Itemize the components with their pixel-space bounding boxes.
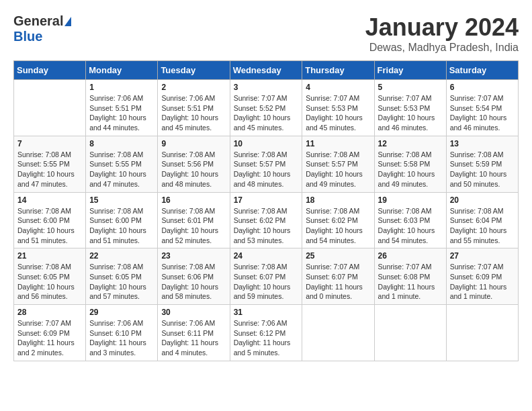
table-row: 25 Sunrise: 7:07 AMSunset: 6:07 PMDaylig… [302,248,374,305]
table-row: 22 Sunrise: 7:08 AMSunset: 6:05 PMDaylig… [86,248,158,305]
table-row: 15 Sunrise: 7:08 AMSunset: 6:00 PMDaylig… [86,192,158,248]
table-row: 5 Sunrise: 7:07 AMSunset: 5:53 PMDayligh… [374,80,446,136]
day-number: 3 [234,83,299,92]
day-number: 27 [450,251,515,261]
day-number: 2 [161,83,226,92]
day-info: Sunrise: 7:07 AMSunset: 5:54 PMDaylight:… [450,93,515,133]
day-info: Sunrise: 7:06 AMSunset: 6:12 PMDaylight:… [234,318,299,358]
day-number: 20 [450,195,515,205]
table-row: 29 Sunrise: 7:06 AMSunset: 6:10 PMDaylig… [86,305,158,361]
day-number: 4 [306,83,370,92]
day-number: 1 [89,83,154,92]
day-number: 22 [89,251,154,261]
table-row: 3 Sunrise: 7:07 AMSunset: 5:52 PMDayligh… [230,80,302,136]
header-saturday: Saturday [446,61,518,80]
table-row: 8 Sunrise: 7:08 AMSunset: 5:55 PMDayligh… [86,136,158,192]
table-row: 20 Sunrise: 7:08 AMSunset: 6:04 PMDaylig… [446,192,518,248]
day-number: 6 [450,83,515,92]
logo-blue-text: Blue [13,29,42,44]
table-row: 24 Sunrise: 7:08 AMSunset: 6:07 PMDaylig… [230,248,302,305]
header-friday: Friday [374,61,446,80]
table-row [446,305,518,361]
day-info: Sunrise: 7:08 AMSunset: 6:02 PMDaylight:… [234,206,299,246]
header-tuesday: Tuesday [158,61,230,80]
day-info: Sunrise: 7:07 AMSunset: 6:08 PMDaylight:… [378,262,443,302]
header-wednesday: Wednesday [230,61,302,80]
day-info: Sunrise: 7:08 AMSunset: 6:03 PMDaylight:… [378,206,443,246]
table-row: 10 Sunrise: 7:08 AMSunset: 5:57 PMDaylig… [230,136,302,192]
table-row: 16 Sunrise: 7:08 AMSunset: 6:01 PMDaylig… [158,192,230,248]
day-info: Sunrise: 7:07 AMSunset: 6:07 PMDaylight:… [306,262,370,302]
page-header: General Blue January 2024 Dewas, Madhya … [13,13,519,54]
day-info: Sunrise: 7:08 AMSunset: 6:05 PMDaylight:… [89,262,154,302]
header-thursday: Thursday [302,61,374,80]
month-title: January 2024 [365,13,519,42]
day-number: 18 [306,195,370,205]
day-info: Sunrise: 7:08 AMSunset: 5:56 PMDaylight:… [161,150,226,189]
day-info: Sunrise: 7:08 AMSunset: 6:02 PMDaylight:… [306,206,370,246]
day-number: 31 [234,308,299,317]
day-number: 21 [17,251,82,261]
day-number: 7 [17,139,82,148]
table-row: 11 Sunrise: 7:08 AMSunset: 5:57 PMDaylig… [302,136,374,192]
day-number: 16 [161,195,226,205]
day-info: Sunrise: 7:08 AMSunset: 6:00 PMDaylight:… [89,206,154,246]
logo-icon [64,17,71,26]
day-info: Sunrise: 7:08 AMSunset: 6:01 PMDaylight:… [161,206,226,246]
day-info: Sunrise: 7:08 AMSunset: 5:57 PMDaylight:… [306,150,370,189]
day-number: 17 [234,195,299,205]
logo: General Blue [13,13,71,44]
day-info: Sunrise: 7:08 AMSunset: 5:59 PMDaylight:… [450,150,515,189]
day-number: 14 [17,195,82,205]
day-number: 26 [378,251,443,261]
table-row: 6 Sunrise: 7:07 AMSunset: 5:54 PMDayligh… [446,80,518,136]
day-info: Sunrise: 7:08 AMSunset: 5:55 PMDaylight:… [17,150,82,189]
table-row: 9 Sunrise: 7:08 AMSunset: 5:56 PMDayligh… [158,136,230,192]
table-row: 28 Sunrise: 7:07 AMSunset: 6:09 PMDaylig… [14,305,86,361]
table-row [302,305,374,361]
calendar-week-row: 1 Sunrise: 7:06 AMSunset: 5:51 PMDayligh… [14,80,519,136]
day-info: Sunrise: 7:07 AMSunset: 5:53 PMDaylight:… [378,93,443,133]
day-info: Sunrise: 7:07 AMSunset: 6:09 PMDaylight:… [17,318,82,358]
table-row: 21 Sunrise: 7:08 AMSunset: 6:05 PMDaylig… [14,248,86,305]
day-number: 11 [306,139,370,148]
day-number: 13 [450,139,515,148]
day-number: 23 [161,251,226,261]
table-row: 18 Sunrise: 7:08 AMSunset: 6:02 PMDaylig… [302,192,374,248]
day-number: 28 [17,308,82,317]
header-monday: Monday [86,61,158,80]
table-row: 27 Sunrise: 7:07 AMSunset: 6:09 PMDaylig… [446,248,518,305]
title-section: January 2024 Dewas, Madhya Pradesh, Indi… [365,13,519,54]
day-number: 9 [161,139,226,148]
table-row: 12 Sunrise: 7:08 AMSunset: 5:58 PMDaylig… [374,136,446,192]
calendar-table: Sunday Monday Tuesday Wednesday Thursday… [13,60,519,361]
table-row: 26 Sunrise: 7:07 AMSunset: 6:08 PMDaylig… [374,248,446,305]
day-info: Sunrise: 7:08 AMSunset: 6:06 PMDaylight:… [161,262,226,302]
day-info: Sunrise: 7:06 AMSunset: 6:11 PMDaylight:… [161,318,226,358]
table-row: 13 Sunrise: 7:08 AMSunset: 5:59 PMDaylig… [446,136,518,192]
table-row: 31 Sunrise: 7:06 AMSunset: 6:12 PMDaylig… [230,305,302,361]
calendar-week-row: 7 Sunrise: 7:08 AMSunset: 5:55 PMDayligh… [14,136,519,192]
table-row: 4 Sunrise: 7:07 AMSunset: 5:53 PMDayligh… [302,80,374,136]
location-title: Dewas, Madhya Pradesh, India [365,42,519,54]
calendar-week-row: 28 Sunrise: 7:07 AMSunset: 6:09 PMDaylig… [14,305,519,361]
day-info: Sunrise: 7:08 AMSunset: 5:57 PMDaylight:… [234,150,299,189]
day-info: Sunrise: 7:07 AMSunset: 5:53 PMDaylight:… [306,93,370,133]
day-info: Sunrise: 7:07 AMSunset: 5:52 PMDaylight:… [234,93,299,133]
table-row: 19 Sunrise: 7:08 AMSunset: 6:03 PMDaylig… [374,192,446,248]
day-info: Sunrise: 7:07 AMSunset: 6:09 PMDaylight:… [450,262,515,302]
table-row: 23 Sunrise: 7:08 AMSunset: 6:06 PMDaylig… [158,248,230,305]
table-row: 7 Sunrise: 7:08 AMSunset: 5:55 PMDayligh… [14,136,86,192]
table-row: 2 Sunrise: 7:06 AMSunset: 5:51 PMDayligh… [158,80,230,136]
calendar-week-row: 14 Sunrise: 7:08 AMSunset: 6:00 PMDaylig… [14,192,519,248]
calendar-header-row: Sunday Monday Tuesday Wednesday Thursday… [14,61,519,80]
day-info: Sunrise: 7:06 AMSunset: 5:51 PMDaylight:… [89,93,154,133]
day-info: Sunrise: 7:08 AMSunset: 6:00 PMDaylight:… [17,206,82,246]
day-number: 5 [378,83,443,92]
logo-general-text: General [13,13,63,29]
day-info: Sunrise: 7:08 AMSunset: 5:58 PMDaylight:… [378,150,443,189]
day-number: 29 [89,308,154,317]
day-info: Sunrise: 7:08 AMSunset: 6:04 PMDaylight:… [450,206,515,246]
day-info: Sunrise: 7:06 AMSunset: 6:10 PMDaylight:… [89,318,154,358]
table-row: 1 Sunrise: 7:06 AMSunset: 5:51 PMDayligh… [86,80,158,136]
